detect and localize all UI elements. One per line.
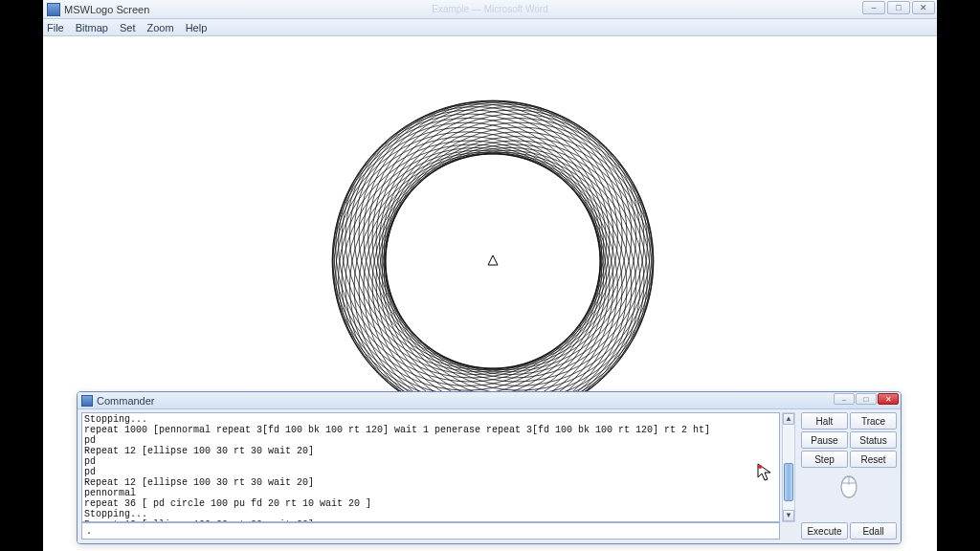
mswlogo-window: MSWLogo Screen Example — Microsoft Word … [43,0,937,551]
letterbox-left [0,0,43,551]
pause-button[interactable]: Pause [801,431,848,449]
commander-titlebar[interactable]: Commander – □ ✕ [78,392,901,409]
scroll-thumb[interactable] [784,463,793,501]
trace-button[interactable]: Trace [850,412,897,430]
scroll-track[interactable] [783,425,794,510]
commander-bottom-buttons: Execute Edall [801,522,897,540]
commander-minimize-button[interactable]: – [834,393,855,405]
commander-window-controls: – □ ✕ [834,393,899,405]
titlebar: MSWLogo Screen Example — Microsoft Word … [43,0,937,19]
commander-title: Commander [97,395,155,407]
window-controls: – □ ✕ [862,1,935,14]
edall-button[interactable]: Edall [850,522,897,540]
commander-side-buttons: Halt Trace Pause Status Step Reset [801,412,897,503]
minimize-button[interactable]: – [862,1,885,14]
menu-zoom[interactable]: Zoom [147,22,174,33]
step-button[interactable]: Step [801,451,848,468]
command-input[interactable] [81,522,780,540]
commander-close-button[interactable]: ✕ [878,393,899,405]
menu-file[interactable]: File [47,22,64,33]
reset-button[interactable]: Reset [850,451,897,468]
close-button[interactable]: ✕ [912,1,935,14]
commander-icon [81,395,93,407]
letterbox-right [937,0,980,551]
commander-maximize-button[interactable]: □ [856,393,877,405]
scroll-down-button[interactable]: ▼ [783,510,794,521]
menubar: File Bitmap Set Zoom Help [43,19,937,36]
execute-button[interactable]: Execute [801,522,848,540]
menu-set[interactable]: Set [120,22,136,33]
commander-window: Commander – □ ✕ Stopping... repeat 1000 … [77,391,902,544]
menu-bitmap[interactable]: Bitmap [76,22,108,33]
commander-body: Stopping... repeat 1000 [pennormal repea… [78,409,901,543]
halt-button[interactable]: Halt [801,412,848,430]
status-button[interactable]: Status [850,431,897,449]
mouse-icon [801,474,897,503]
background-hint: Example — Microsoft Word [432,4,548,14]
scroll-up-button[interactable]: ▲ [783,413,794,425]
menu-help[interactable]: Help [186,22,208,33]
window-title: MSWLogo Screen [64,4,149,15]
app-icon [47,3,60,16]
command-history[interactable]: Stopping... repeat 1000 [pennormal repea… [81,412,780,522]
maximize-button[interactable]: □ [887,1,910,14]
scrollbar: ▲ ▼ [782,412,795,522]
